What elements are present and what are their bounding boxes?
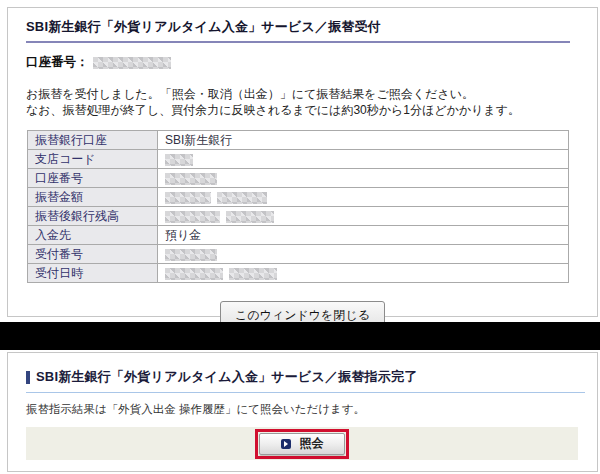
transfer-details-table: 振替銀行口座 SBI新生銀行 支店コード 口座番号 振替金額 振替後銀行残高	[27, 130, 569, 283]
field-value	[158, 245, 569, 264]
receipt-message-line1: お振替を受付しました。「照会・取消（出金）」にて振替結果をご照会ください。	[26, 86, 579, 102]
complete-title-row: SBI新生銀行「外貨リアルタイム入金」サービス／振替指示完了	[26, 368, 597, 386]
transfer-receipt-panel: SBI新生銀行「外貨リアルタイム入金」サービス／振替受付 口座番号： お振替を受…	[7, 7, 598, 317]
table-row: 受付番号	[28, 245, 569, 264]
masked-value	[165, 173, 217, 185]
page: SBI新生銀行「外貨リアルタイム入金」サービス／振替受付 口座番号： お振替を受…	[0, 0, 600, 474]
masked-value	[217, 192, 267, 204]
inquiry-button[interactable]: 照会	[259, 433, 345, 455]
section-divider	[0, 322, 600, 350]
field-value-text: SBI新生銀行	[165, 133, 232, 147]
field-label: 口座番号	[28, 169, 158, 188]
field-label: 振替銀行口座	[28, 131, 158, 150]
masked-value	[165, 211, 220, 223]
complete-title: SBI新生銀行「外貨リアルタイム入金」サービス／振替指示完了	[36, 368, 417, 386]
red-highlight-box: 照会	[255, 429, 349, 459]
field-value	[158, 207, 569, 226]
masked-value	[229, 268, 277, 280]
masked-value	[226, 211, 274, 223]
arrow-right-icon	[281, 439, 291, 449]
table-row: 支店コード	[28, 150, 569, 169]
table-row: 口座番号	[28, 169, 569, 188]
masked-value	[165, 192, 211, 204]
inquiry-button-label: 照会	[300, 435, 324, 452]
button-band: 照会	[26, 427, 578, 460]
table-row: 振替後銀行残高	[28, 207, 569, 226]
field-value	[158, 169, 569, 188]
field-value-text: 預り金	[165, 228, 201, 242]
table-row: 入金先 預り金	[28, 226, 569, 245]
complete-title-underline	[26, 392, 585, 393]
title-underline	[26, 41, 570, 43]
field-value: SBI新生銀行	[158, 131, 569, 150]
transfer-complete-panel: SBI新生銀行「外貨リアルタイム入金」サービス／振替指示完了 振替指示結果は「外…	[7, 352, 598, 472]
page-title: SBI新生銀行「外貨リアルタイム入金」サービス／振替受付	[26, 18, 577, 36]
field-label: 振替金額	[28, 188, 158, 207]
field-label: 受付日時	[28, 264, 158, 283]
receipt-message: お振替を受付しました。「照会・取消（出金）」にて振替結果をご照会ください。 なお…	[26, 86, 579, 118]
table-row: 振替金額	[28, 188, 569, 207]
account-number-label: 口座番号：	[26, 54, 89, 71]
field-label: 支店コード	[28, 150, 158, 169]
field-value	[158, 150, 569, 169]
table-row: 受付日時	[28, 264, 569, 283]
account-number-row: 口座番号：	[26, 54, 597, 71]
field-value	[158, 188, 569, 207]
field-label: 入金先	[28, 226, 158, 245]
receipt-message-line2: なお、振替処理が終了し、買付余力に反映されるまでには約30秒から1分ほどかかりま…	[26, 102, 579, 118]
masked-value	[165, 249, 217, 261]
masked-account-number	[93, 57, 171, 69]
table-row: 振替銀行口座 SBI新生銀行	[28, 131, 569, 150]
masked-value	[165, 154, 193, 166]
masked-value	[165, 268, 223, 280]
field-value	[158, 264, 569, 283]
field-label: 受付番号	[28, 245, 158, 264]
field-label: 振替後銀行残高	[28, 207, 158, 226]
title-accent-bar	[26, 371, 30, 384]
field-value: 預り金	[158, 226, 569, 245]
complete-message: 振替指示結果は「外貨入出金 操作履歴」にて照会いただけます。	[26, 402, 597, 417]
